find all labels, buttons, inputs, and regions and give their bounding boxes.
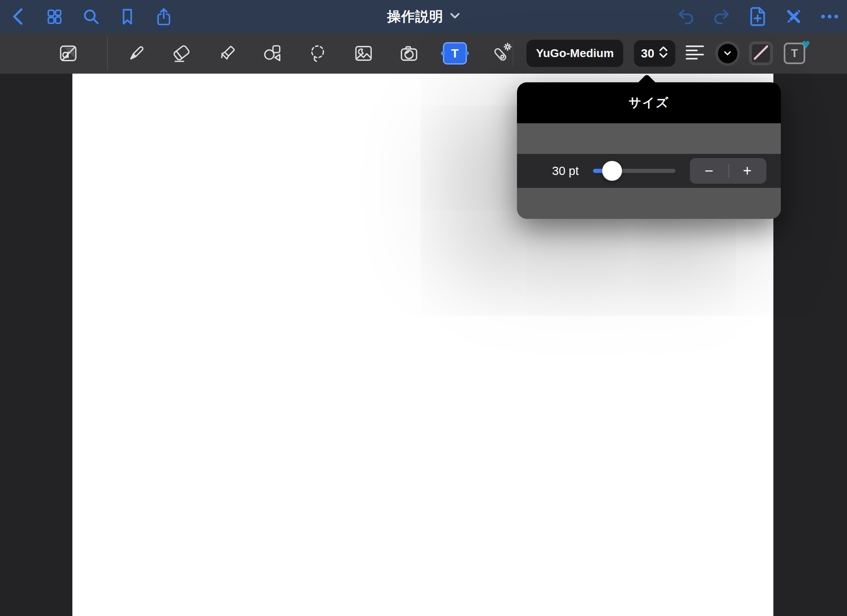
font-family-button[interactable]: YuGo-Medium xyxy=(526,40,623,67)
laser-pointer-tool[interactable] xyxy=(489,42,512,65)
share-icon xyxy=(155,6,173,27)
goodnotes-app: 操作説明 xyxy=(0,0,847,616)
share-button[interactable] xyxy=(156,8,172,25)
text-align-button[interactable] xyxy=(685,44,704,62)
more-options-button[interactable] xyxy=(821,8,838,25)
top-navigation-bar: 操作説明 xyxy=(0,0,847,33)
stroke-diagonal-icon xyxy=(752,43,770,63)
popover-lower-band xyxy=(517,188,781,219)
size-pt-label: 30 pt xyxy=(543,154,588,188)
laser-pointer-icon xyxy=(490,42,512,65)
read-only-mode-button[interactable] xyxy=(57,42,80,65)
eraser-icon xyxy=(170,42,193,65)
size-stepper: − + xyxy=(690,158,766,184)
font-size-value: 30 xyxy=(641,47,654,60)
popover-title: サイズ xyxy=(629,94,669,111)
undo-icon xyxy=(677,7,695,26)
size-stepper-chevrons-icon xyxy=(658,46,668,61)
pen-icon xyxy=(125,42,147,65)
align-left-icon xyxy=(685,44,704,62)
lasso-tool[interactable] xyxy=(306,42,330,65)
image-tool[interactable] xyxy=(352,42,375,65)
highlighter-tool[interactable] xyxy=(215,42,239,65)
title-chevron-down-icon xyxy=(450,12,460,21)
read-only-mode-icon xyxy=(57,42,79,65)
size-increase-button[interactable]: + xyxy=(728,158,767,184)
highlighter-icon xyxy=(216,42,238,65)
search-button[interactable] xyxy=(83,8,99,25)
popover-header: サイズ xyxy=(517,82,781,123)
favorite-heart-icon: ♥ xyxy=(802,37,810,51)
pen-tool[interactable] xyxy=(124,42,148,65)
text-tool-left-handle xyxy=(441,51,445,55)
text-tool-selected[interactable]: T xyxy=(443,42,467,65)
back-button[interactable] xyxy=(10,8,26,25)
shapes-icon xyxy=(261,42,284,65)
font-family-label: YuGo-Medium xyxy=(536,47,614,60)
redo-button[interactable] xyxy=(713,8,730,25)
camera-tool[interactable] xyxy=(397,42,421,65)
search-icon xyxy=(81,7,100,26)
size-slider-row: 30 pt − + xyxy=(517,154,781,188)
controls-divider xyxy=(512,40,513,67)
stepper-divider xyxy=(728,164,729,178)
lasso-icon xyxy=(307,42,329,65)
text-style-favorite-button[interactable]: T ♥ xyxy=(784,43,805,64)
back-chevron-icon xyxy=(10,7,27,26)
image-icon xyxy=(352,42,375,65)
ellipsis-icon xyxy=(820,14,839,19)
text-color-button[interactable] xyxy=(715,41,740,66)
popover-upper-band xyxy=(517,123,781,154)
topbar-left-group xyxy=(0,8,172,25)
text-style-glyph: T xyxy=(791,47,798,60)
bookmark-button[interactable] xyxy=(119,8,136,25)
eraser-tool[interactable] xyxy=(170,42,193,65)
text-tool-right-handle xyxy=(465,51,469,55)
add-page-icon xyxy=(748,6,767,27)
tool-bar: T xyxy=(0,33,847,74)
stop-editing-button[interactable] xyxy=(785,8,802,25)
page-thumbnails-button[interactable] xyxy=(46,8,63,25)
add-page-button[interactable] xyxy=(749,8,766,25)
document-title[interactable]: 操作説明 xyxy=(387,7,443,26)
topbar-right-group xyxy=(677,8,847,25)
camera-icon xyxy=(398,42,420,65)
text-controls-group: YuGo-Medium 30 xyxy=(512,40,847,67)
text-tool-glyph: T xyxy=(451,46,459,60)
shapes-tool[interactable] xyxy=(261,42,284,65)
bookmark-icon xyxy=(118,7,136,26)
pencil-x-icon xyxy=(784,7,803,26)
text-box-stroke-button[interactable] xyxy=(749,41,773,65)
tools-group: T xyxy=(0,37,512,70)
size-decrease-button[interactable]: − xyxy=(690,158,728,184)
size-popover: サイズ 30 pt − + xyxy=(517,82,781,219)
text-color-swatch-black xyxy=(718,44,737,63)
redo-icon xyxy=(713,7,731,26)
font-size-button[interactable]: 30 xyxy=(634,40,675,67)
toolbar-divider xyxy=(107,37,108,70)
undo-button[interactable] xyxy=(677,8,694,25)
grid-icon xyxy=(45,7,64,26)
size-slider-thumb[interactable] xyxy=(602,161,622,181)
